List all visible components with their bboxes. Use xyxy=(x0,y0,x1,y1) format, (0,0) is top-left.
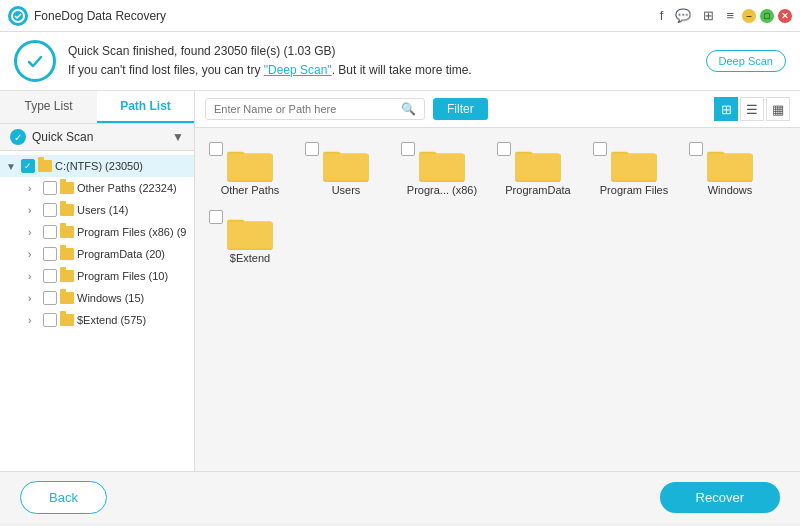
quick-scan-expand-icon[interactable]: ▼ xyxy=(172,130,184,144)
notif-suffix: . But it will take more time. xyxy=(332,63,472,77)
tree-item-programfilesx86[interactable]: › Program Files (x86) (9 xyxy=(0,221,194,243)
file-grid: Other Paths Users Prog xyxy=(195,128,800,471)
tree-arrow-programfiles: › xyxy=(28,271,40,282)
tree-check-programfilesx86[interactable] xyxy=(43,225,57,239)
filter-button[interactable]: Filter xyxy=(433,98,488,120)
file-item-progx86[interactable]: Progra... (x86) xyxy=(397,138,487,200)
list-view-button[interactable]: ☰ xyxy=(740,97,764,121)
folder-icon-programdata xyxy=(514,146,562,184)
quick-scan-row: ✓ Quick Scan ▼ xyxy=(0,124,194,151)
maximize-button[interactable]: □ xyxy=(760,9,774,23)
content-area: 🔍 Filter ⊞ ☰ ▦ Other Paths xyxy=(195,91,800,471)
tree-item-extend[interactable]: › $Extend (575) xyxy=(0,309,194,331)
tree-check-extend[interactable] xyxy=(43,313,57,327)
recover-button[interactable]: Recover xyxy=(660,482,780,513)
tree-folder-drive xyxy=(38,160,52,172)
main-layout: Type List Path List ✓ Quick Scan ▼ ▼ ✓ C… xyxy=(0,91,800,471)
file-check-extend[interactable] xyxy=(209,210,223,224)
folder-icon-windows xyxy=(706,146,754,184)
tree-check-windows[interactable] xyxy=(43,291,57,305)
tree-item-otherpaths[interactable]: › Other Paths (22324) xyxy=(0,177,194,199)
search-input[interactable] xyxy=(214,103,397,115)
tree-label-drive: C:(NTFS) (23050) xyxy=(55,160,188,172)
facebook-icon[interactable]: f xyxy=(660,8,664,23)
file-name-extend: $Extend xyxy=(230,252,270,264)
file-item-users[interactable]: Users xyxy=(301,138,391,200)
tree-check-users[interactable] xyxy=(43,203,57,217)
notification-text: Quick Scan finished, found 23050 file(s)… xyxy=(68,42,694,80)
notification-line1: Quick Scan finished, found 23050 file(s)… xyxy=(68,42,694,61)
folder-icon-extend xyxy=(226,214,274,252)
tree-folder-programfiles xyxy=(60,270,74,282)
quick-scan-check-icon: ✓ xyxy=(10,129,26,145)
sidebar-tabs: Type List Path List xyxy=(0,91,194,124)
grid-view-button[interactable]: ⊞ xyxy=(714,97,738,121)
file-check-progx86[interactable] xyxy=(401,142,415,156)
file-check-windows[interactable] xyxy=(689,142,703,156)
svg-rect-9 xyxy=(419,154,465,181)
notification-bar: Quick Scan finished, found 23050 file(s)… xyxy=(0,32,800,91)
tree-arrow-users: › xyxy=(28,205,40,216)
message-icon[interactable]: 💬 xyxy=(675,8,691,23)
file-item-programdata[interactable]: ProgramData xyxy=(493,138,583,200)
file-check-otherpaths[interactable] xyxy=(209,142,223,156)
tree-label-windows: Windows (15) xyxy=(77,292,188,304)
menu-icon[interactable]: ≡ xyxy=(726,8,734,23)
svg-rect-21 xyxy=(227,222,273,249)
deep-scan-button[interactable]: Deep Scan xyxy=(706,50,786,72)
notification-line2: If you can't find lost files, you can tr… xyxy=(68,61,694,80)
detail-view-button[interactable]: ▦ xyxy=(766,97,790,121)
tree-item-windows[interactable]: › Windows (15) xyxy=(0,287,194,309)
tree-check-programfiles[interactable] xyxy=(43,269,57,283)
file-item-programfiles[interactable]: Program Files xyxy=(589,138,679,200)
window-controls: – □ ✕ xyxy=(742,9,792,23)
deep-scan-link[interactable]: "Deep Scan" xyxy=(264,63,332,77)
file-name-programdata: ProgramData xyxy=(505,184,570,196)
app-title: FoneDog Data Recovery xyxy=(34,9,660,23)
tree-check-otherpaths[interactable] xyxy=(43,181,57,195)
tree-arrow-otherpaths: › xyxy=(28,183,40,194)
tree-label-programfilesx86: Program Files (x86) (9 xyxy=(77,226,188,238)
folder-icon-users xyxy=(322,146,370,184)
tab-path-list[interactable]: Path List xyxy=(97,91,194,123)
file-name-progx86: Progra... (x86) xyxy=(407,184,477,196)
folder-icon-progx86 xyxy=(418,146,466,184)
file-tree: ▼ ✓ C:(NTFS) (23050) › Other Paths (2232… xyxy=(0,151,194,471)
tree-item-drive[interactable]: ▼ ✓ C:(NTFS) (23050) xyxy=(0,155,194,177)
tree-check-programdata[interactable] xyxy=(43,247,57,261)
file-check-programfiles[interactable] xyxy=(593,142,607,156)
tree-folder-extend xyxy=(60,314,74,326)
file-check-programdata[interactable] xyxy=(497,142,511,156)
file-item-windows[interactable]: Windows xyxy=(685,138,775,200)
svg-rect-12 xyxy=(515,154,561,181)
file-item-extend[interactable]: $Extend xyxy=(205,206,295,268)
tree-arrow-windows: › xyxy=(28,293,40,304)
folder-icon-otherpaths xyxy=(226,146,274,184)
tree-arrow-extend: › xyxy=(28,315,40,326)
file-item-otherpaths[interactable]: Other Paths xyxy=(205,138,295,200)
tree-item-users[interactable]: › Users (14) xyxy=(0,199,194,221)
tree-label-extend: $Extend (575) xyxy=(77,314,188,326)
tree-folder-otherpaths xyxy=(60,182,74,194)
svg-rect-6 xyxy=(323,154,369,181)
toolbar: 🔍 Filter ⊞ ☰ ▦ xyxy=(195,91,800,128)
close-button[interactable]: ✕ xyxy=(778,9,792,23)
scan-complete-icon xyxy=(14,40,56,82)
svg-rect-3 xyxy=(227,154,273,181)
tree-item-programdata[interactable]: › ProgramData (20) xyxy=(0,243,194,265)
tab-type-list[interactable]: Type List xyxy=(0,91,97,123)
tree-item-programfiles[interactable]: › Program Files (10) xyxy=(0,265,194,287)
grid-icon[interactable]: ⊞ xyxy=(703,8,714,23)
back-button[interactable]: Back xyxy=(20,481,107,514)
tree-arrow-programdata: › xyxy=(28,249,40,260)
minimize-button[interactable]: – xyxy=(742,9,756,23)
tree-folder-windows xyxy=(60,292,74,304)
tree-label-users: Users (14) xyxy=(77,204,188,216)
tree-check-drive[interactable]: ✓ xyxy=(21,159,35,173)
app-logo xyxy=(8,6,28,26)
notif-prefix: If you can't find lost files, you can tr… xyxy=(68,63,264,77)
view-controls: ⊞ ☰ ▦ xyxy=(714,97,790,121)
file-name-programfiles: Program Files xyxy=(600,184,668,196)
file-check-users[interactable] xyxy=(305,142,319,156)
sidebar: Type List Path List ✓ Quick Scan ▼ ▼ ✓ C… xyxy=(0,91,195,471)
